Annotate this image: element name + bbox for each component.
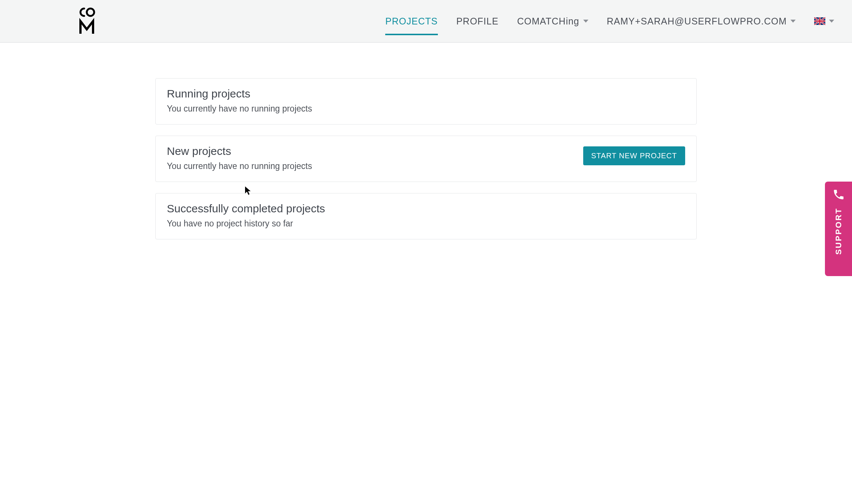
chevron-down-icon: [583, 20, 588, 23]
top-navbar: PROJECTS PROFILE COMATCHing RAMY+SARAH@U…: [0, 0, 852, 43]
chevron-down-icon: [829, 20, 834, 23]
phone-icon: [832, 188, 845, 201]
nav-comatching-label: COMATCHing: [517, 16, 579, 27]
nav-projects-label: PROJECTS: [385, 16, 437, 27]
nav-comatching-dropdown[interactable]: COMATCHing: [517, 0, 588, 43]
completed-projects-title: Successfully completed projects: [167, 202, 685, 215]
chevron-down-icon: [790, 20, 796, 23]
running-projects-card: Running projects You currently have no r…: [155, 78, 697, 125]
new-projects-card: New projects You currently have no runni…: [155, 136, 697, 182]
main-content: Running projects You currently have no r…: [77, 43, 775, 239]
running-projects-title: Running projects: [167, 87, 685, 100]
svg-point-0: [87, 9, 94, 16]
start-new-project-button[interactable]: START NEW PROJECT: [583, 146, 685, 165]
support-tab[interactable]: SUPPORT: [825, 182, 852, 276]
completed-projects-card: Successfully completed projects You have…: [155, 193, 697, 239]
nav-profile-label: PROFILE: [456, 16, 499, 27]
uk-flag-icon: [814, 17, 825, 25]
completed-projects-empty-text: You have no project history so far: [167, 219, 685, 229]
language-dropdown[interactable]: [814, 0, 834, 43]
support-tab-label: SUPPORT: [834, 208, 843, 255]
nav-user-dropdown[interactable]: RAMY+SARAH@USERFLOWPRO.COM: [607, 0, 796, 43]
running-projects-empty-text: You currently have no running projects: [167, 104, 685, 114]
brand-logo[interactable]: [78, 6, 96, 36]
nav-profile[interactable]: PROFILE: [456, 0, 499, 43]
nav-projects[interactable]: PROJECTS: [385, 0, 437, 43]
svg-rect-5: [814, 21, 825, 22]
nav-user-email-label: RAMY+SARAH@USERFLOWPRO.COM: [607, 16, 787, 27]
